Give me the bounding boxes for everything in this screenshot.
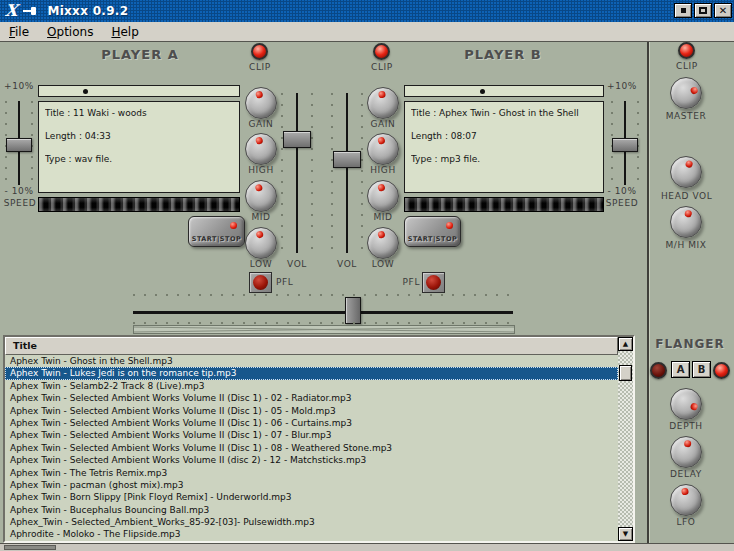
mid-label-a: MID (238, 212, 284, 222)
volume-slider-handle-b[interactable] (333, 151, 361, 168)
headphone-volume-knob[interactable] (670, 156, 702, 188)
playlist-row[interactable]: Aphex Twin - Bucephalus Bouncing Ball.mp… (5, 504, 618, 516)
track-length-a: Length : 04:33 (45, 131, 233, 141)
track-info-display-b: Title : Aphex Twin - Ghost in the Shell … (404, 101, 604, 193)
track-info-display-a: Title : 11 Waki - woods Length : 04:33 T… (38, 101, 240, 193)
menu-help[interactable]: Help (102, 23, 147, 41)
playlist-header-title[interactable]: Title (5, 337, 618, 355)
high-knob-a[interactable] (245, 133, 277, 165)
close-icon: ✕ (719, 6, 727, 16)
low-knob-b[interactable] (367, 227, 399, 259)
gain-knob-a[interactable] (245, 87, 277, 119)
start-stop-button-a[interactable]: START|STOP (188, 216, 245, 247)
knob-indicator-dot (690, 86, 699, 95)
low-knob-a[interactable] (245, 227, 277, 259)
position-dot-a (83, 89, 88, 94)
pfl-button-a[interactable] (249, 272, 272, 293)
master-head-mix-knob[interactable] (670, 206, 702, 238)
crossfader-ticks-bottom (133, 322, 513, 324)
playlist-row[interactable]: Aphex Twin - Lukes Jedi is on the romanc… (5, 367, 618, 379)
playlist-row[interactable]: Aphex Twin - Selected Ambient Works Volu… (5, 429, 618, 441)
track-title-a: Title : 11 Waki - woods (45, 108, 233, 118)
knob-indicator-dot (680, 488, 688, 496)
speed-slider-handle-b[interactable] (612, 138, 638, 152)
titlebar[interactable]: X Mixxx 0.9.2 ✕ (0, 0, 734, 22)
start-stop-button-b[interactable]: START|STOP (404, 216, 461, 247)
flanger-led-a (650, 362, 667, 379)
speed-plus-label-a: +10% (0, 81, 38, 91)
knob-indicator-dot (690, 402, 699, 411)
flanger-lfo-knob[interactable] (670, 484, 702, 516)
track-type-a: Type : wav file. (45, 154, 233, 164)
master-clip-label: CLIP (657, 61, 717, 71)
flanger-delay-knob[interactable] (670, 436, 702, 468)
flanger-a-button[interactable]: A (671, 361, 690, 378)
playlist-row[interactable]: Aphex Twin - Selected Ambient Works Volu… (5, 454, 618, 466)
high-label-b: HIGH (360, 165, 406, 175)
gain-knob-b[interactable] (367, 87, 399, 119)
master-volume-knob[interactable] (670, 77, 702, 109)
crossfader-track[interactable] (133, 311, 513, 314)
hscroll-thumb[interactable] (4, 545, 56, 550)
knob-indicator-dot (255, 137, 264, 146)
volume-slider-handle-a[interactable] (283, 131, 311, 148)
playlist-row[interactable]: Aphex Twin - Born Slippy [Pink Floyd Rem… (5, 491, 618, 503)
playlist-row[interactable]: Aphex_Twin - Selected_Ambient_Works_85-9… (5, 516, 618, 528)
playlist-hscrollbar[interactable] (0, 543, 734, 551)
playlist-row[interactable]: Aphex Twin - Selamb2-2 Track 8 (Live).mp… (5, 380, 618, 392)
play-led-b (446, 222, 453, 229)
flanger-title: FLANGER (650, 337, 730, 351)
gain-label-b: GAIN (360, 119, 406, 129)
playlist-vscrollbar[interactable]: ▲ ▼ (618, 337, 633, 541)
mid-knob-a[interactable] (245, 180, 277, 212)
volume-slider-b[interactable] (331, 93, 363, 253)
track-position-bar-b[interactable] (404, 85, 604, 97)
playlist-row[interactable]: Aphex Twin - Ghost in the Shell.mp3 (5, 355, 618, 367)
knob-indicator-dot (255, 231, 263, 239)
scroll-down-icon: ▼ (623, 531, 628, 538)
speed-slider-handle-a[interactable] (6, 138, 32, 152)
flanger-depth-knob[interactable] (670, 388, 702, 420)
playlist-row[interactable]: Aphex Twin - Selected Ambient Works Volu… (5, 442, 618, 454)
playlist-row[interactable]: Aphex Twin - Selected Ambient Works Volu… (5, 392, 618, 404)
start-stop-label-b: START|STOP (405, 235, 460, 243)
scroll-down-button[interactable]: ▼ (618, 527, 633, 541)
playlist-row[interactable]: Aphex Twin - Selected Ambient Works Volu… (5, 405, 618, 417)
high-label-a: HIGH (238, 165, 284, 175)
pfl-button-b[interactable] (422, 272, 445, 293)
track-type-b: Type : mp3 file. (411, 154, 597, 164)
high-knob-b[interactable] (367, 133, 399, 165)
knob-indicator-dot (377, 231, 385, 239)
mid-label-b: MID (360, 212, 406, 222)
speed-slider-a[interactable] (5, 101, 33, 185)
playlist-row[interactable]: Aphrodite - Moloko - The Flipside.mp3 (5, 528, 618, 540)
speed-slider-b[interactable] (611, 101, 639, 185)
minimize-button[interactable] (674, 3, 692, 18)
start-stop-label-a: START|STOP (189, 235, 244, 243)
player-a-title: PLAYER A (58, 47, 222, 62)
maximize-button[interactable] (694, 3, 712, 18)
pfl-led-b (426, 275, 441, 290)
scroll-up-button[interactable]: ▲ (618, 337, 633, 351)
volume-slider-a[interactable] (281, 93, 313, 253)
close-button[interactable]: ✕ (714, 3, 732, 18)
flanger-b-button[interactable]: B (692, 361, 711, 378)
track-position-bar-a[interactable] (38, 85, 240, 97)
waveform-display-a (38, 197, 240, 212)
scroll-thumb[interactable] (619, 365, 632, 381)
playlist-row[interactable]: Aphex Twin - Selected Ambient Works Volu… (5, 417, 618, 429)
clip-led-b (373, 43, 390, 60)
menu-file[interactable]: File (0, 23, 38, 41)
crossfader-handle[interactable] (345, 297, 361, 324)
mid-knob-b[interactable] (367, 180, 399, 212)
menu-options[interactable]: Options (38, 23, 102, 41)
mixxx-window: X Mixxx 0.9.2 ✕ File Options Help PLAYER… (0, 0, 734, 551)
pin-icon (23, 6, 39, 16)
position-dot-b (480, 89, 485, 94)
playlist: Title Aphex Twin - Ghost in the Shell.mp… (3, 335, 635, 543)
flanger-led-b (713, 362, 730, 379)
maximize-icon (699, 7, 707, 14)
knob-indicator-dot (377, 91, 385, 99)
playlist-row[interactable]: Aphex Twin - pacman (ghost mix).mp3 (5, 479, 618, 491)
playlist-row[interactable]: Aphex Twin - The Tetris Remix.mp3 (5, 467, 618, 479)
